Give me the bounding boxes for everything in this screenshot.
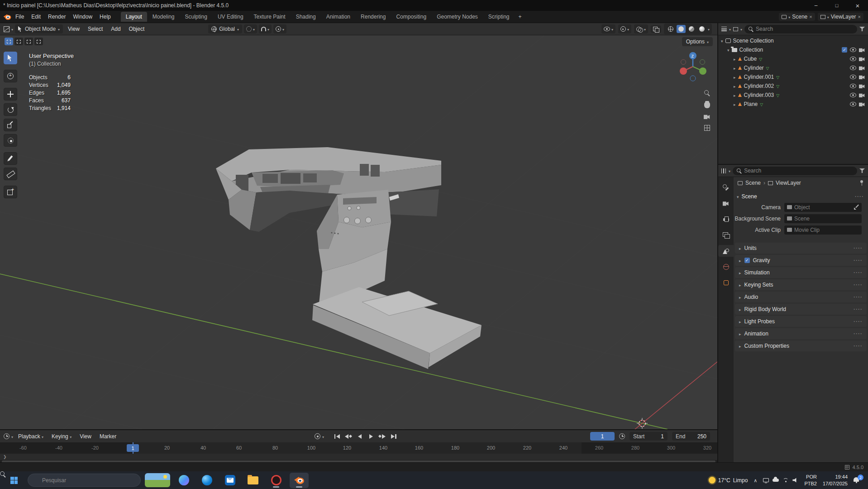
start-button[interactable] (5, 473, 24, 488)
language-indicator[interactable]: POR PTB2 (804, 474, 817, 487)
render-visibility-camera-icon[interactable] (859, 57, 865, 61)
tool-transform[interactable] (4, 134, 17, 147)
tab-sculpting[interactable]: Sculpting (180, 12, 212, 22)
collection-checkbox[interactable] (842, 47, 847, 53)
proportional-editing-toggle[interactable] (273, 24, 286, 34)
add-workspace-button[interactable]: + (515, 13, 525, 21)
filter-icon[interactable] (859, 27, 865, 31)
menu-render[interactable]: Render (44, 12, 69, 21)
menu-help[interactable]: Help (96, 12, 114, 21)
menu-view-timeline[interactable]: View (76, 432, 95, 441)
orthographic-toggle-icon[interactable] (704, 125, 710, 131)
filter-icon[interactable] (859, 168, 865, 173)
tab-tool-properties[interactable] (718, 182, 734, 193)
play-reverse-button[interactable] (355, 432, 364, 441)
hide-eye-icon[interactable] (850, 93, 856, 97)
shading-rendered-button[interactable] (697, 25, 706, 33)
panel-rigid-body-world[interactable]: Rigid Body World (735, 304, 867, 315)
panel-animation[interactable]: Animation (735, 328, 867, 339)
minimize-button[interactable] (806, 0, 826, 11)
gizmos-toggle[interactable] (618, 24, 631, 34)
gizmo-z-neg-axis[interactable] (690, 76, 696, 81)
timeline-track-area[interactable] (0, 454, 717, 460)
editor-type-outliner-icon[interactable] (721, 27, 727, 31)
next-keyframe-button[interactable] (377, 432, 387, 441)
play-button[interactable] (366, 432, 376, 441)
editor-type-3d-viewport-icon[interactable] (4, 26, 10, 32)
render-visibility-camera-icon[interactable] (859, 48, 865, 52)
taskbar-blender[interactable] (290, 473, 309, 488)
tab-texture-paint[interactable]: Texture Paint (249, 12, 291, 22)
clock[interactable]: 19:44 17/07/2025 (823, 474, 848, 487)
blender-logo-icon[interactable] (3, 14, 12, 20)
drag-dots-icon[interactable] (854, 245, 863, 251)
zoom-icon[interactable] (704, 90, 710, 96)
expand-icon[interactable] (734, 92, 736, 98)
properties-search-input[interactable] (744, 168, 854, 174)
scene-selector[interactable]: Scene (779, 13, 815, 21)
gravity-checkbox[interactable] (744, 258, 750, 263)
select-mode-set-button[interactable] (5, 38, 13, 45)
jump-to-end-button[interactable] (389, 432, 398, 441)
scene-panel-header[interactable]: Scene (734, 192, 868, 201)
tool-measure[interactable] (4, 168, 17, 180)
taskbar-search-input[interactable] (42, 477, 135, 484)
onedrive-cloud-icon[interactable] (773, 479, 779, 482)
options-dropdown[interactable]: Options (682, 37, 713, 46)
tool-annotate[interactable] (4, 152, 17, 165)
panel-audio[interactable]: Audio (735, 292, 867, 302)
hide-eye-icon[interactable] (850, 57, 856, 61)
outliner-row-cylinder-001[interactable]: Cylinder.001 (718, 72, 868, 82)
tab-render-properties[interactable] (718, 197, 734, 209)
close-button[interactable] (847, 0, 868, 11)
render-visibility-camera-icon[interactable] (859, 84, 865, 88)
properties-search[interactable] (733, 167, 857, 175)
hide-eye-icon[interactable] (850, 75, 856, 79)
drag-dots-icon[interactable] (854, 269, 863, 276)
viewlayer-selector[interactable]: ViewLayer (818, 13, 863, 21)
outliner-search[interactable] (744, 25, 857, 34)
tool-add-cube[interactable] (4, 186, 17, 198)
outliner-search-input[interactable] (756, 26, 854, 32)
shading-solid-button[interactable] (677, 25, 686, 33)
menu-window[interactable]: Window (69, 12, 96, 21)
editor-type-timeline-icon[interactable] (4, 433, 10, 439)
tab-viewlayer-properties[interactable] (718, 229, 734, 241)
display-mode-icon[interactable] (733, 27, 738, 31)
gizmo-x-neg-axis[interactable] (681, 60, 686, 65)
snap-toggle[interactable] (259, 24, 272, 34)
expand-icon[interactable] (734, 83, 736, 89)
panel-light-probes[interactable]: Light Probes (735, 316, 867, 327)
collapse-icon[interactable] (721, 38, 723, 44)
tab-output-properties[interactable] (718, 213, 734, 225)
taskbar-copilot[interactable] (174, 473, 193, 488)
jump-to-start-button[interactable] (332, 432, 342, 441)
breadcrumb-scene[interactable]: Scene (745, 180, 761, 186)
drag-dots-icon[interactable] (854, 282, 863, 288)
display-icon[interactable] (763, 478, 769, 482)
tab-rendering[interactable]: Rendering (356, 12, 391, 22)
3d-viewport[interactable]: Options User Perspective (1) Collection … (0, 35, 717, 429)
panel-gravity[interactable]: Gravity (735, 255, 867, 266)
hide-eye-icon[interactable] (850, 84, 856, 88)
hide-eye-icon[interactable] (850, 48, 856, 52)
current-frame-field[interactable]: 1 (590, 432, 615, 441)
hidden-icons-chevron[interactable] (754, 477, 757, 484)
transform-orientation-dropdown[interactable]: Global (208, 24, 242, 34)
tool-cursor[interactable] (4, 70, 17, 82)
unlink-scene-icon[interactable] (809, 14, 812, 20)
outliner-row-cylinder-002[interactable]: Cylinder.002 (718, 82, 868, 91)
overlays-toggle[interactable] (634, 24, 648, 34)
outliner-row-collection[interactable]: Collection (718, 45, 868, 54)
expand-icon[interactable] (734, 65, 736, 71)
camera-view-icon[interactable] (704, 114, 711, 119)
start-frame-field[interactable]: Start 1 (630, 432, 668, 441)
drag-dots-icon[interactable] (854, 318, 863, 325)
tab-layout[interactable]: Layout (121, 12, 147, 22)
widgets-weather-button[interactable] (145, 473, 170, 487)
tool-rotate[interactable] (4, 103, 17, 116)
tool-select-box[interactable] (4, 52, 17, 64)
render-visibility-camera-icon[interactable] (859, 93, 865, 97)
taskbar-red-app[interactable] (267, 473, 286, 488)
menu-add[interactable]: Add (108, 24, 124, 34)
